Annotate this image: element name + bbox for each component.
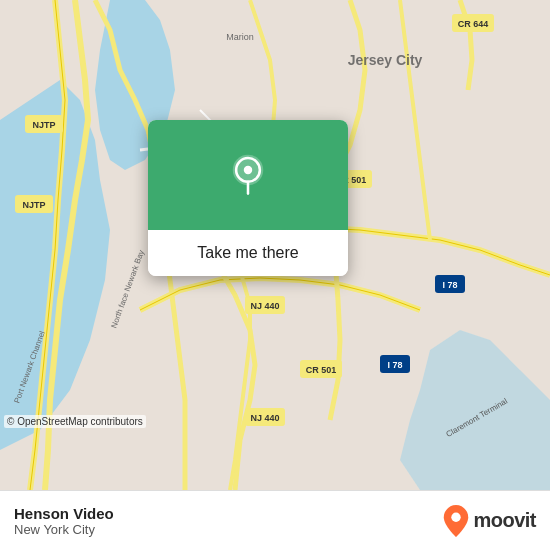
- svg-text:Jersey City: Jersey City: [348, 52, 423, 68]
- svg-text:I 78: I 78: [442, 280, 457, 290]
- popup-header: [148, 120, 348, 230]
- moovit-text: moovit: [473, 509, 536, 532]
- svg-text:CR 501: CR 501: [306, 365, 337, 375]
- map-container: NJTP NJTP CR 644 I 78 I 78 NJ 440 NJ 440…: [0, 0, 550, 490]
- svg-point-28: [452, 512, 461, 521]
- moovit-logo: moovit: [443, 505, 536, 537]
- svg-text:CR 644: CR 644: [458, 19, 489, 29]
- svg-text:Marion: Marion: [226, 32, 254, 42]
- place-name: Henson Video: [14, 505, 114, 522]
- map-attribution: © OpenStreetMap contributors: [4, 415, 146, 428]
- svg-text:NJ 440: NJ 440: [250, 413, 279, 423]
- take-me-there-button[interactable]: Take me there: [148, 230, 348, 276]
- place-info: Henson Video New York City: [14, 505, 114, 537]
- svg-text:NJ 440: NJ 440: [250, 301, 279, 311]
- place-city: New York City: [14, 522, 114, 537]
- moovit-pin-icon: [443, 505, 469, 537]
- bottom-bar: Henson Video New York City moovit: [0, 490, 550, 550]
- svg-text:I 78: I 78: [387, 360, 402, 370]
- location-pin-icon: [226, 153, 270, 197]
- svg-text:NJTP: NJTP: [22, 200, 45, 210]
- svg-point-27: [244, 166, 252, 174]
- svg-text:NJTP: NJTP: [32, 120, 55, 130]
- location-popup: Take me there: [148, 120, 348, 276]
